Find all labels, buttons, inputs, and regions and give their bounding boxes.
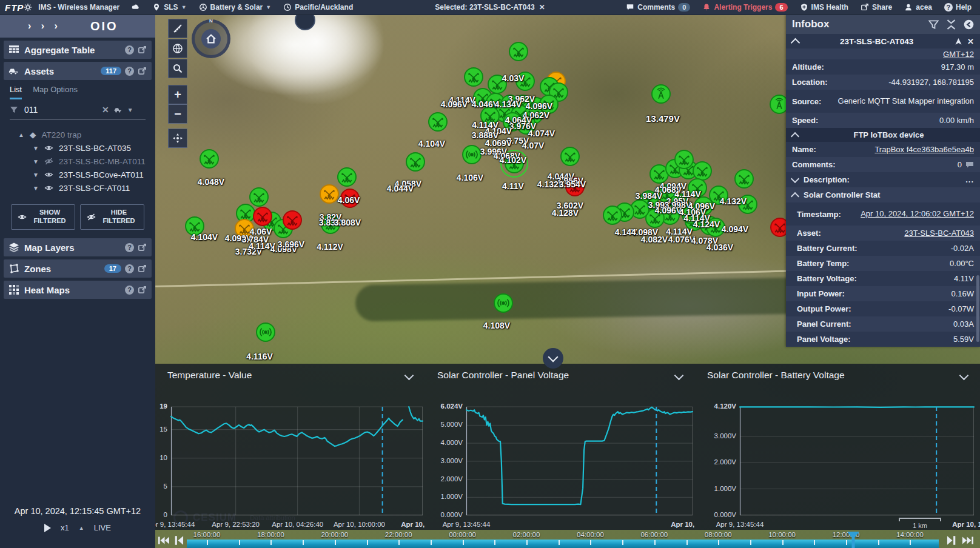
globe-view-button[interactable] bbox=[168, 39, 187, 58]
chevron-down-icon[interactable]: ▼ bbox=[127, 107, 133, 113]
external-link-icon[interactable] bbox=[138, 67, 147, 76]
infobox-section-header[interactable]: FTP IoTBox device bbox=[786, 128, 980, 142]
infobox-collapse-icon[interactable] bbox=[946, 19, 956, 30]
eye-icon[interactable] bbox=[44, 184, 53, 192]
comments-button[interactable]: Comments 0 bbox=[626, 3, 690, 12]
compass-control[interactable]: N bbox=[192, 19, 230, 58]
eye-icon[interactable] bbox=[44, 171, 53, 178]
locate-button[interactable] bbox=[168, 129, 187, 148]
home-view-button[interactable] bbox=[201, 29, 221, 48]
heat-maps-header[interactable]: Heat Maps ? bbox=[4, 281, 152, 299]
zones-header[interactable]: Zones 17 ? bbox=[4, 259, 152, 278]
help-button[interactable]: ? Help bbox=[944, 3, 972, 12]
timezone-link[interactable]: GMT+12 bbox=[792, 50, 974, 59]
close-asset-icon[interactable]: ✕ bbox=[967, 37, 974, 46]
chevron-down-icon[interactable] bbox=[404, 371, 414, 381]
map-marker-trap[interactable] bbox=[200, 149, 219, 169]
expand-sidebar-button[interactable]: › › › bbox=[28, 21, 61, 32]
asset-type-truck-icon[interactable] bbox=[114, 105, 122, 114]
org-selector[interactable]: SLS▼ bbox=[152, 3, 186, 12]
playback-speed[interactable]: x1 bbox=[61, 523, 69, 532]
chevron-down-icon[interactable] bbox=[959, 371, 969, 381]
hide-filtered-button[interactable]: HIDE FILTERED bbox=[80, 204, 144, 230]
chart-panel-2[interactable]: Solar Controller - Battery Voltage4.120V… bbox=[695, 364, 980, 530]
map-marker-trap[interactable] bbox=[320, 184, 339, 204]
assets-header[interactable]: Assets 117 ? bbox=[4, 62, 152, 80]
infobox-scrollbar[interactable] bbox=[976, 275, 979, 342]
external-link-icon[interactable] bbox=[138, 243, 147, 252]
infobox-asset-header[interactable]: 23T-SLS-BC-AT043 ✕ bbox=[786, 34, 980, 48]
map-marker-trap[interactable] bbox=[249, 187, 269, 207]
row-value-link[interactable]: Apr 10, 2024, 12:06:02 GMT+12 bbox=[841, 209, 974, 219]
chart-panel-0[interactable]: Temperature - Value19151050Apr 9, 13:45:… bbox=[155, 364, 425, 530]
chevron-down-icon[interactable]: ▼ bbox=[33, 158, 39, 165]
collapse-charts-button[interactable] bbox=[543, 348, 563, 369]
infobox-filter-icon[interactable] bbox=[928, 19, 939, 30]
map-marker-trap[interactable] bbox=[560, 147, 580, 166]
comment-bubble-icon[interactable] bbox=[965, 161, 974, 169]
map-marker-trap[interactable] bbox=[283, 210, 302, 230]
aggregate-table-header[interactable]: Aggregate Table ? bbox=[4, 41, 152, 59]
chart-panel-1[interactable]: Solar Controller - Panel Voltage6.024V5.… bbox=[425, 364, 695, 530]
timezone-selector[interactable]: Pacific/Auckland bbox=[283, 3, 353, 12]
map-layers-header[interactable]: Map Layers ? bbox=[4, 238, 152, 256]
infobox-collapse-row[interactable]: Description:... bbox=[786, 172, 980, 187]
zoom-out-button[interactable]: − bbox=[168, 104, 187, 124]
asset-filter-input[interactable] bbox=[23, 104, 97, 115]
map-marker-trap[interactable] bbox=[509, 42, 528, 61]
external-link-icon[interactable] bbox=[138, 45, 147, 55]
alerting-triggers-button[interactable]: Alerting Triggers 6 bbox=[702, 3, 787, 12]
clear-selection-button[interactable]: ✕ bbox=[539, 3, 545, 12]
show-filtered-button[interactable]: SHOW FILTERED bbox=[11, 204, 75, 230]
zoom-in-button[interactable]: + bbox=[168, 85, 187, 104]
map-marker-trap[interactable] bbox=[734, 169, 754, 189]
chevron-up-icon[interactable]: ▲ bbox=[18, 132, 24, 138]
tree-asset-row[interactable]: ▼23T-SLS-BC-AT035 bbox=[4, 141, 152, 155]
live-button[interactable]: LIVE bbox=[94, 523, 111, 532]
tree-asset-row[interactable]: ▼23T-SLS-CF-AT011 bbox=[4, 181, 152, 195]
external-link-icon[interactable] bbox=[138, 264, 147, 273]
help-icon[interactable]: ? bbox=[125, 243, 134, 252]
map-marker-trap[interactable] bbox=[603, 206, 622, 225]
help-icon[interactable]: ? bbox=[125, 67, 134, 76]
eye-icon[interactable] bbox=[44, 144, 53, 152]
infobox-collapse-row[interactable]: Solar Controller Stat bbox=[786, 187, 980, 202]
timeline-loaded-bar[interactable] bbox=[187, 540, 939, 548]
chevron-down-icon[interactable]: ▼ bbox=[33, 185, 39, 192]
eye-off-icon[interactable] bbox=[44, 158, 53, 165]
category-selector[interactable]: Battery & Solar▼ bbox=[199, 3, 272, 12]
map-marker-radio[interactable] bbox=[462, 145, 482, 164]
map-marker-trap[interactable] bbox=[253, 207, 272, 226]
pin-asset-icon[interactable] bbox=[955, 38, 962, 45]
step-back-button[interactable] bbox=[173, 535, 186, 546]
cloud-status[interactable] bbox=[132, 3, 140, 12]
map-marker-trap[interactable] bbox=[337, 167, 357, 187]
map-marker-radio[interactable] bbox=[494, 293, 513, 313]
tree-group-row[interactable]: ▲◆AT220 trap bbox=[4, 128, 152, 141]
timeline[interactable]: 16:00:0018:00:0020:00:0022:00:0000:00:00… bbox=[155, 512, 980, 548]
step-forward-button[interactable] bbox=[945, 535, 957, 546]
tab-list[interactable]: List bbox=[10, 85, 22, 99]
row-value-link[interactable]: 23T-SLS-BC-AT043 bbox=[821, 229, 974, 238]
help-icon[interactable]: ? bbox=[125, 286, 134, 295]
help-icon[interactable]: ? bbox=[125, 264, 134, 273]
map-marker-radio[interactable] bbox=[256, 322, 275, 342]
help-icon[interactable]: ? bbox=[125, 45, 134, 55]
tree-asset-row[interactable]: ▼23T-SLS-BCove-AT011 bbox=[4, 168, 152, 181]
row-value-link[interactable]: TrapBox f4ce363ba6e5ea4b bbox=[816, 145, 974, 154]
share-button[interactable]: Share bbox=[861, 3, 892, 12]
ims-health-button[interactable]: IMS Health bbox=[800, 3, 848, 12]
map-marker-trap[interactable] bbox=[428, 112, 448, 132]
clear-filter-button[interactable]: ✕ bbox=[102, 105, 109, 115]
skip-to-end-button[interactable] bbox=[962, 535, 974, 546]
map-marker-trap[interactable] bbox=[674, 150, 694, 169]
map-marker-tower[interactable] bbox=[651, 84, 671, 104]
play-button[interactable] bbox=[44, 524, 51, 532]
measure-tool-button[interactable] bbox=[168, 19, 187, 38]
collapse-asset-icon[interactable] bbox=[791, 38, 800, 47]
chevron-down-icon[interactable]: ▼ bbox=[33, 145, 39, 152]
infobox-back-icon[interactable] bbox=[964, 19, 974, 30]
map-marker-trap[interactable] bbox=[464, 67, 483, 87]
speed-up-caret-icon[interactable]: ▲ bbox=[79, 525, 84, 531]
external-link-icon[interactable] bbox=[138, 286, 147, 295]
